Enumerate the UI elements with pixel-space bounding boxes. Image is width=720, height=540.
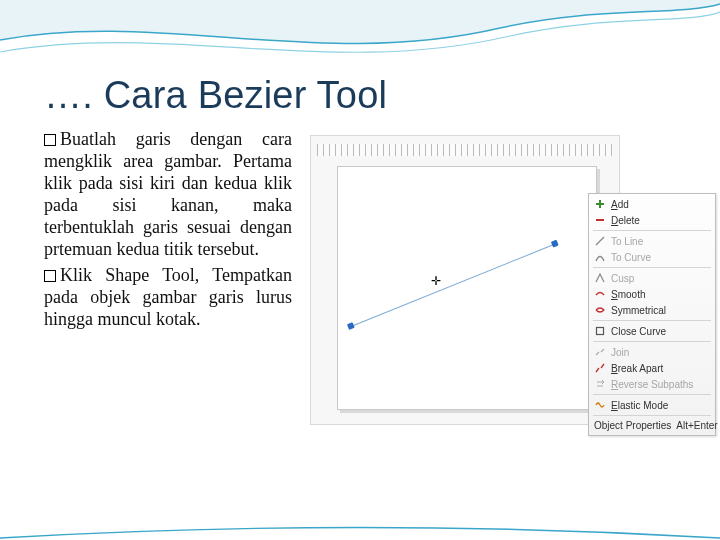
menu-separator [593,320,711,321]
svg-line-3 [596,237,604,245]
menu-item-label: Join [611,347,629,358]
slide-title: …. Cara Bezier Tool [44,74,676,117]
symmetrical-icon [594,304,606,316]
elastic-icon [594,399,606,411]
menu-item-label: Symmetrical [611,305,666,316]
menu-item-to-line: To Line [589,233,715,249]
menu-item-label: Object Properties [594,420,671,431]
drawing-canvas: ✛ [310,135,620,425]
menu-separator [593,230,711,231]
svg-rect-4 [597,328,604,335]
bullet-icon [44,134,56,146]
menu-item-symmetrical[interactable]: Symmetrical [589,302,715,318]
context-menu[interactable]: AddDeleteTo LineTo CurveCuspSmoothSymmet… [588,193,716,436]
minus-icon [594,214,606,226]
reverse-icon [594,378,606,390]
cursor-crosshair: ✛ [431,274,441,288]
menu-item-smooth[interactable]: Smooth [589,286,715,302]
menu-item-object-properties[interactable]: Object PropertiesAlt+Enter [589,418,715,433]
menu-item-close-curve[interactable]: Close Curve [589,323,715,339]
menu-item-label: To Curve [611,252,651,263]
body-text: Buatlah garis dengan cara mengklik area … [44,129,292,335]
svg-rect-1 [596,203,604,205]
menu-item-reverse-subpaths: Reverse Subpaths [589,376,715,392]
close-icon [594,325,606,337]
menu-item-label: Break Apart [611,363,663,374]
toline-icon [594,235,606,247]
menu-item-shortcut: Alt+Enter [676,420,717,431]
paragraph-1: Buatlah garis dengan cara mengklik area … [44,129,292,259]
menu-item-delete[interactable]: Delete [589,212,715,228]
menu-item-label: Smooth [611,289,645,300]
svg-rect-2 [596,219,604,221]
paragraph-2: Klik Shape Tool, Tempatkan pada objek ga… [44,265,292,329]
menu-item-label: Cusp [611,273,634,284]
menu-item-label: Delete [611,215,640,226]
menu-item-label: Reverse Subpaths [611,379,693,390]
menu-separator [593,267,711,268]
menu-item-break-apart[interactable]: Break Apart [589,360,715,376]
break-icon [594,362,606,374]
smooth-icon [594,288,606,300]
menu-item-label: Elastic Mode [611,400,668,411]
menu-item-label: Add [611,199,629,210]
tocurve-icon [594,251,606,263]
menu-separator [593,394,711,395]
menu-item-label: To Line [611,236,643,247]
menu-item-add[interactable]: Add [589,196,715,212]
menu-item-to-curve: To Curve [589,249,715,265]
menu-item-elastic-mode[interactable]: Elastic Mode [589,397,715,413]
join-icon [594,346,606,358]
bullet-icon [44,270,56,282]
menu-item-join: Join [589,344,715,360]
ruler-horizontal [317,144,613,156]
menu-separator [593,415,711,416]
screenshot-figure: ✛ AddDeleteTo LineTo CurveCuspSmoothSymm… [310,129,676,449]
plus-icon [594,198,606,210]
cusp-icon [594,272,606,284]
menu-item-cusp: Cusp [589,270,715,286]
page-sheet [337,166,597,410]
menu-item-label: Close Curve [611,326,666,337]
decorative-wave-bottom [0,520,720,540]
menu-separator [593,341,711,342]
